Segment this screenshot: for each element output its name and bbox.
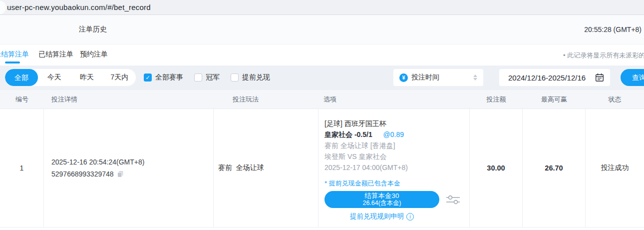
cell-option: [足球] 西班牙国王杯 皇家社会 -0.5/1 @0.89 赛前 全场让球 [香… [319,109,470,227]
date-range-value[interactable]: 2024/12/16-2025/12/16 [508,74,595,82]
option-league: [足球] 西班牙国王杯 [324,118,469,129]
cashout-slider-icon[interactable] [446,194,460,205]
cell-bet-details: 2025-12-16 20:54:24(GMT+8) 5297668993329… [44,109,214,227]
col-header-status: 状态 [586,95,644,104]
tab-unsettled-bets[interactable]: 未结算注单 [0,50,29,59]
option-selection: 皇家社会 -0.5/1 [324,130,372,138]
cashout-rules-text: 提前兑现规则申明 [350,212,404,221]
option-market: 赛前 全场让球 [香港盘] [324,140,469,151]
cell-play-type: 赛前 全场让球 [214,109,319,227]
copy-icon[interactable] [117,170,124,178]
sort-select-label: 投注时间 [411,73,470,82]
checkbox-champion[interactable]: 冠军 [194,73,220,82]
checkbox-all-events[interactable]: 全部赛事 [144,73,183,82]
option-match-time: 2025-12-17 04:00(GMT+8) [324,162,469,173]
col-header-details: 投注详情 [44,95,214,104]
active-tab-underline [5,62,20,64]
quick-filter-today[interactable]: 今天 [38,73,70,82]
unsettled-notice: • 此记录将显示所有未派彩的投 [563,51,644,60]
browser-address-bar[interactable]: user-pc-new.youbaokun.com/#/bet_record [0,0,644,15]
col-header-option: 选项 [319,95,470,104]
date-quick-filter-group: 全部 今天 昨天 7天内 [5,69,136,86]
cell-status: 投注成功 [586,109,644,227]
cell-stake: 30.00 [470,109,523,227]
cashout-button[interactable]: 结算本金30 26.64(含本金) [324,191,439,208]
col-header-stake: 投注额 [470,95,523,104]
event-checkbox-group: 全部赛事 冠军 提前兑现 [144,69,270,86]
col-header-number: 编号 [0,95,44,104]
bet-timestamp: 2025-12-16 20:54:24(GMT+8) [51,158,213,166]
tab-reserved-bets[interactable]: 预约注单 [80,50,108,59]
checkbox-label: 冠军 [206,73,220,82]
checkbox-unchecked-icon[interactable] [231,74,239,82]
sort-carets-icon [473,74,477,80]
table-row: 1 2025-12-16 20:54:24(GMT+8) 52976689933… [0,109,644,228]
col-header-maxwin: 最高可赢 [523,95,586,104]
quick-filter-yesterday[interactable]: 昨天 [70,73,103,82]
url-text[interactable]: user-pc-new.youbaokun.com/#/bet_record [7,3,151,12]
tab-settled-bets[interactable]: 已结算注单 [38,50,73,59]
checkbox-label: 全部赛事 [155,73,183,82]
search-button[interactable]: 查询 [621,69,644,86]
bet-id: 5297668993329748 [51,170,114,178]
cell-max-win: 26.70 [523,109,586,227]
bet-time-sort-select[interactable]: ¥ 投注时间 [393,69,483,86]
cashout-button-line2: 26.64(含本金) [362,200,401,207]
app-header: 注单历史 20:55:28 (GMT+8) [0,15,644,44]
quick-filter-all[interactable]: 全部 [5,69,38,86]
site-icon [0,0,6,14]
current-time: 20:55:28 (GMT+8) [584,26,642,34]
option-odds: @0.89 [383,130,404,138]
record-tabs: 未结算注单 已结算注单 预约注单 • 此记录将显示所有未派彩的投 [0,44,644,66]
calendar-icon[interactable] [595,73,604,82]
col-header-playtype: 投注玩法 [214,95,319,104]
page-title: 注单历史 [79,25,107,34]
checkbox-checked-icon[interactable] [144,74,152,82]
cashout-button-line1: 结算本金30 [364,192,399,200]
checkbox-early-cashout[interactable]: 提前兑现 [231,73,270,82]
cashout-rules-link[interactable]: 提前兑现规则申明 [324,212,439,221]
date-range-picker[interactable]: 2024/12/16-2025/12/16 [499,69,610,86]
bet-table-header: 编号 投注详情 投注玩法 选项 投注额 最高可赢 状态 [0,90,644,109]
option-teams: 埃登斯 VS 皇家社会 [324,151,469,162]
cell-row-number: 1 [0,109,44,227]
filter-bar: 全部 今天 昨天 7天内 全部赛事 冠军 提前兑现 ¥ 投注时间 2024/12… [0,66,644,90]
currency-icon: ¥ [399,74,408,82]
info-icon [406,213,414,220]
option-selection-line: 皇家社会 -0.5/1 @0.89 [324,129,469,140]
cashout-note: * 提前兑现金额已包含本金 [324,178,469,188]
checkbox-label: 提前兑现 [242,73,270,82]
quick-filter-7days[interactable]: 7天内 [103,73,136,82]
checkbox-unchecked-icon[interactable] [194,74,202,82]
